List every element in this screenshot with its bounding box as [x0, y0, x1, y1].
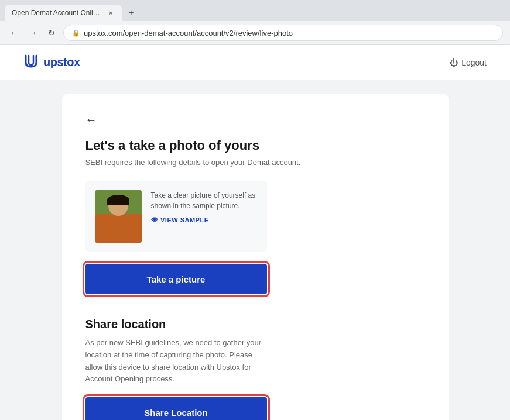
- active-tab[interactable]: Open Demat Account Online - T... ✕: [5, 5, 122, 21]
- view-sample-label: VIEW SAMPLE: [160, 216, 209, 223]
- logout-label: Logout: [461, 58, 487, 67]
- tab-bar: Open Demat Account Online - T... ✕ +: [0, 0, 510, 21]
- address-bar-row: ← → ↻ 🔒 upstox.com/open-demat-account/ac…: [0, 21, 510, 44]
- back-nav-button[interactable]: ←: [7, 26, 21, 40]
- logout-button[interactable]: ⏻ Logout: [450, 58, 487, 67]
- sample-photo-area: Take a clear picture of yourself as show…: [85, 181, 267, 252]
- new-tab-button[interactable]: +: [124, 6, 138, 20]
- content-wrapper: ← Let's a take a photo of yours SEBI req…: [0, 80, 510, 420]
- share-location-title: Share location: [85, 318, 425, 331]
- share-location-description: As per new SEBI guidelines, we need to g…: [85, 337, 267, 385]
- eye-icon: 👁: [151, 216, 159, 224]
- view-sample-link[interactable]: 👁 VIEW SAMPLE: [151, 216, 258, 224]
- take-picture-button[interactable]: Take a picture: [85, 264, 267, 294]
- logo-area: upstox: [23, 53, 80, 72]
- back-button[interactable]: ←: [85, 113, 97, 126]
- address-bar[interactable]: 🔒 upstox.com/open-demat-account/account/…: [63, 25, 503, 41]
- power-icon: ⏻: [450, 58, 458, 67]
- page-wrapper: Open Demat Account Online - T... ✕ + ← →…: [0, 0, 510, 420]
- forward-nav-button[interactable]: →: [26, 26, 40, 40]
- sample-photo-info: Take a clear picture of yourself as show…: [151, 190, 258, 224]
- share-location-button[interactable]: Share Location: [85, 397, 267, 420]
- tab-title: Open Demat Account Online - T...: [12, 9, 102, 17]
- tab-close-icon[interactable]: ✕: [107, 9, 115, 17]
- logo-text: upstox: [43, 56, 80, 69]
- upstox-logo-icon: [23, 53, 39, 72]
- sample-photo-caption: Take a clear picture of yourself as show…: [151, 190, 258, 211]
- browser-chrome: Open Demat Account Online - T... ✕ + ← →…: [0, 0, 510, 45]
- main-card: ← Let's a take a photo of yours SEBI req…: [62, 94, 449, 420]
- share-location-section: Share location As per new SEBI guideline…: [85, 318, 425, 420]
- page-subtitle: SEBI requires the following details to o…: [85, 158, 425, 167]
- url-text: upstox.com/open-demat-account/account/v2…: [84, 29, 293, 37]
- lock-icon: 🔒: [72, 29, 80, 37]
- reload-button[interactable]: ↻: [45, 26, 59, 40]
- app-nav: upstox ⏻ Logout: [0, 45, 510, 80]
- sample-photo-image: [95, 190, 142, 243]
- page-title: Let's a take a photo of yours: [85, 138, 425, 153]
